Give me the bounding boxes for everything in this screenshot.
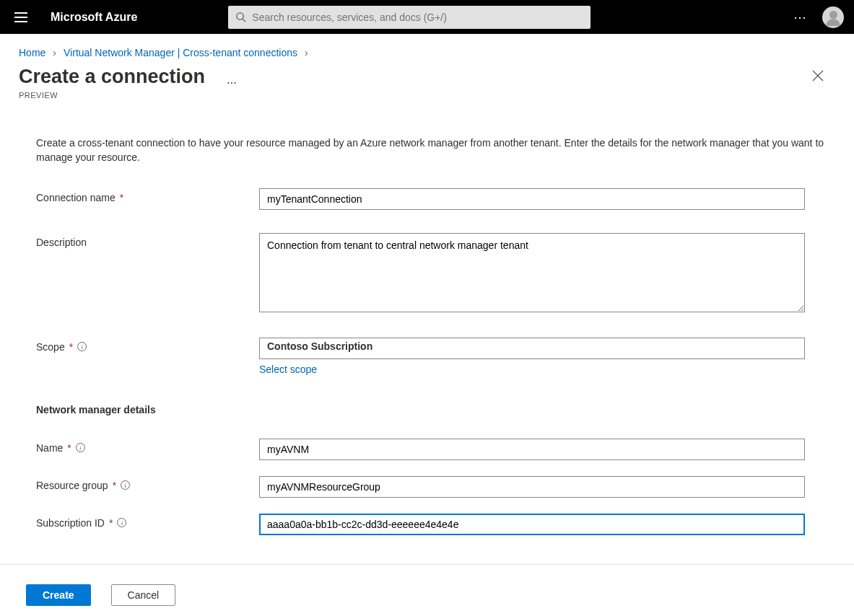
close-icon[interactable]	[808, 66, 828, 89]
info-icon[interactable]: i	[121, 480, 130, 490]
intro-text: Create a cross-tenant connection to have…	[36, 136, 835, 165]
network-manager-details-heading: Network manager details	[36, 404, 835, 415]
subscription-id-input[interactable]	[259, 514, 805, 535]
search-icon	[235, 12, 246, 22]
page-title: Create a connection	[19, 66, 205, 88]
connection-name-label: Connection name*	[36, 188, 259, 203]
user-avatar[interactable]	[822, 6, 844, 28]
description-label: Description	[36, 233, 259, 248]
top-bar: Microsoft Azure ⋯	[0, 0, 854, 34]
breadcrumb-vnm[interactable]: Virtual Network Manager | Cross-tenant c…	[64, 47, 297, 58]
svg-point-0	[237, 13, 243, 19]
preview-badge: PREVIEW	[0, 91, 854, 100]
cancel-button[interactable]: Cancel	[111, 584, 176, 606]
svg-line-1	[243, 19, 246, 22]
info-icon[interactable]: i	[77, 342, 87, 351]
page-more-icon[interactable]: ⋯	[227, 77, 238, 89]
footer-divider	[0, 564, 854, 565]
page-header: Create a connection ⋯	[0, 58, 854, 89]
footer: Create Cancel	[0, 574, 854, 616]
global-search[interactable]	[228, 6, 591, 29]
nm-name-label: Name* i	[36, 439, 259, 454]
description-input[interactable]	[259, 233, 805, 312]
breadcrumb-home[interactable]: Home	[19, 47, 45, 58]
connection-name-input[interactable]	[259, 188, 805, 210]
scope-display: Contoso Subscription	[259, 338, 805, 359]
breadcrumb: Home › Virtual Network Manager | Cross-t…	[0, 34, 854, 58]
subscription-id-label: Subscription ID* i	[36, 514, 259, 529]
resource-group-input[interactable]	[259, 476, 805, 498]
resource-group-label: Resource group* i	[36, 476, 259, 491]
create-button[interactable]: Create	[26, 584, 91, 606]
nm-name-input[interactable]	[259, 439, 805, 460]
more-actions-icon[interactable]: ⋯	[793, 9, 808, 25]
hamburger-menu-icon[interactable]	[10, 8, 33, 27]
form-area: Create a cross-tenant connection to have…	[0, 100, 854, 557]
chevron-right-icon: ›	[305, 47, 308, 58]
info-icon[interactable]: i	[117, 518, 126, 527]
chevron-right-icon: ›	[53, 47, 56, 58]
search-input[interactable]	[252, 12, 583, 23]
scope-label: Scope* i	[36, 338, 259, 353]
brand-label[interactable]: Microsoft Azure	[51, 11, 137, 24]
info-icon[interactable]: i	[76, 443, 85, 452]
select-scope-link[interactable]: Select scope	[259, 364, 317, 375]
